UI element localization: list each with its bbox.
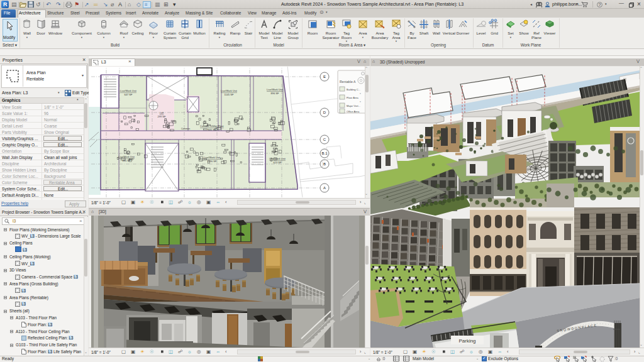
svg-text:299 SF: 299 SF — [158, 115, 166, 118]
svg-text:Live/Work Unit: Live/Work Unit — [120, 89, 137, 92]
svg-text:647 SF: 647 SF — [125, 93, 133, 96]
svg-text:Loft: Loft — [160, 111, 165, 114]
svg-text:841 SF: 841 SF — [208, 128, 216, 131]
svg-text:Major Vert...: Major Vert... — [347, 104, 360, 107]
svg-text:Live/Work Unit: Live/Work Unit — [118, 155, 135, 158]
svg-text:885 SF: 885 SF — [123, 159, 131, 162]
svg-text:Common: Common — [181, 128, 190, 130]
svg-text:Corridor /Utility /Floor: Corridor /Utility /Floor — [200, 124, 224, 128]
svg-text:E: E — [323, 75, 326, 79]
svg-text:C: C — [323, 138, 326, 141]
svg-text:Live/Work Unit: Live/Work Unit — [267, 88, 284, 91]
svg-text:A: A — [323, 186, 326, 190]
svg-text:1190 SF: 1190 SF — [208, 160, 217, 163]
svg-text:Live/Work Unit: Live/Work Unit — [204, 156, 221, 159]
svg-text:Office Area: Office Area — [347, 110, 360, 113]
svg-text:D: D — [323, 111, 326, 114]
svg-text:1145 SF: 1145 SF — [225, 93, 234, 96]
svg-text:▾: ▾ — [360, 101, 361, 103]
svg-text:Live/Work Unit: Live/Work Unit — [221, 89, 238, 92]
svg-text:623 SF: 623 SF — [274, 161, 282, 164]
svg-text:Live/Work Unit: Live/Work Unit — [269, 157, 286, 160]
svg-text:▾: ▾ — [360, 92, 361, 95]
svg-text:Building C...: Building C... — [347, 88, 360, 91]
svg-text:896 SF: 896 SF — [271, 92, 279, 95]
svg-text:B: B — [323, 162, 326, 166]
svg-text:Parking: Parking — [458, 338, 475, 344]
svg-text:Rentable A: Rentable A — [340, 80, 356, 84]
svg-text:Floor Area: Floor Area — [347, 96, 359, 99]
